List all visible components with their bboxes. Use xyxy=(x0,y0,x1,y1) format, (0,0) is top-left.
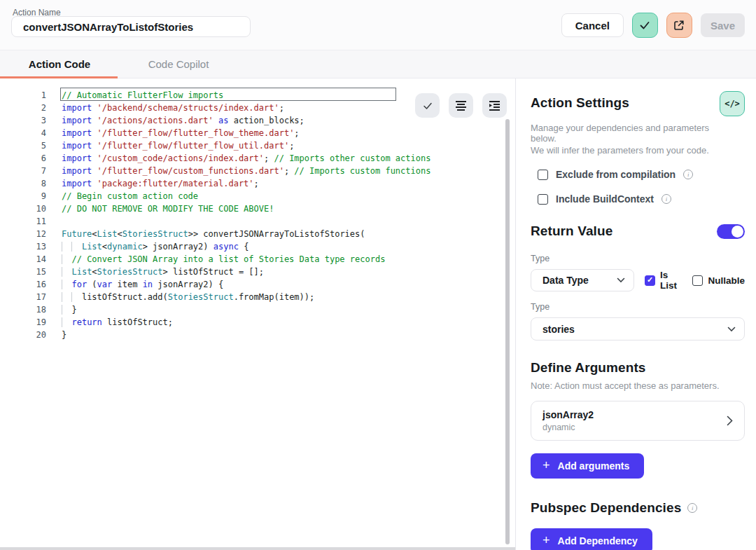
header: Action Name Cancel Save xyxy=(0,0,756,50)
code-line[interactable]: 1// Automatic FlutterFlow imports xyxy=(0,89,430,102)
code-line[interactable]: 15 List<StoriesStruct> listOfStruct = []… xyxy=(0,266,430,278)
nullable-label: Nullable xyxy=(708,275,745,286)
return-type-dropdown[interactable]: Data Type xyxy=(531,269,634,291)
info-icon[interactable]: i xyxy=(687,503,697,513)
code-text: import '/backend/schema/structs/index.da… xyxy=(62,102,284,114)
line-number: 1 xyxy=(0,89,46,102)
is-list-label: Is List xyxy=(660,270,683,291)
return-type-label: Type xyxy=(531,254,745,263)
code-line[interactable]: 10// DO NOT REMOVE OR MODIFY THE CODE AB… xyxy=(0,202,430,215)
format-indent-icon xyxy=(489,100,500,111)
return-value-title: Return Value xyxy=(531,224,612,239)
arguments-note: Note: Action must accept these as parame… xyxy=(531,380,745,391)
compile-check-button[interactable] xyxy=(632,13,658,38)
save-button[interactable]: Save xyxy=(701,13,745,37)
code-line[interactable]: 5import '/flutter_flow/flutter_flow_util… xyxy=(0,139,430,152)
line-number: 6 xyxy=(0,152,46,165)
code-line[interactable]: 18 } xyxy=(0,303,430,316)
code-line[interactable]: 4import '/flutter_flow/flutter_flow_them… xyxy=(0,127,430,139)
code-line[interactable]: 11 xyxy=(0,215,430,228)
code-line[interactable]: 13 List<dynamic> jsonArray2) async { xyxy=(0,240,430,253)
code-line[interactable]: 3import '/actions/actions.dart' as actio… xyxy=(0,114,430,127)
external-link-icon xyxy=(673,19,685,32)
line-number: 15 xyxy=(0,266,46,278)
open-external-button[interactable] xyxy=(666,13,692,38)
code-view-button[interactable]: </> xyxy=(720,91,745,116)
header-actions: Cancel Save xyxy=(561,13,745,38)
code-text: import 'package:flutter/material.dart'; xyxy=(62,177,259,190)
add-arguments-button[interactable]: + Add arguments xyxy=(531,453,644,479)
line-number: 7 xyxy=(0,165,46,177)
action-settings-panel: Action Settings </> Manage your dependen… xyxy=(515,78,756,550)
code-line[interactable]: 6import '/custom_code/actions/index.dart… xyxy=(0,152,430,165)
code-text: for (var item in jsonArray2) { xyxy=(62,278,223,291)
code-line[interactable]: 12Future<List<StoriesStruct>> convertJSO… xyxy=(0,228,430,240)
return-subtype-dropdown[interactable]: stories xyxy=(531,317,745,341)
return-value-toggle[interactable] xyxy=(717,224,745,239)
validate-code-button[interactable] xyxy=(415,93,440,118)
vertical-scrollbar[interactable] xyxy=(505,119,510,544)
argument-name: jsonArray2 xyxy=(542,409,594,420)
code-editor[interactable]: 1// Automatic FlutterFlow imports2import… xyxy=(0,78,515,550)
code-line[interactable]: 2import '/backend/schema/structs/index.d… xyxy=(0,102,430,114)
settings-description-line1: Manage your dependencies and parameters … xyxy=(531,123,725,144)
horizontal-scrollbar[interactable] xyxy=(0,547,515,550)
line-number: 5 xyxy=(0,139,46,152)
chevron-right-icon xyxy=(727,415,733,426)
check-icon xyxy=(638,19,651,32)
include-buildcontext-row: Include BuildContext i xyxy=(538,193,745,205)
code-line[interactable]: 7import '/flutter_flow/custom_functions.… xyxy=(0,165,430,177)
tab-bar: Action Code Code Copilot xyxy=(0,50,756,78)
code-text: List<dynamic> jsonArray2) async { xyxy=(62,240,248,253)
define-arguments-title: Define Arguments xyxy=(531,360,745,376)
tab-code-copilot[interactable]: Code Copilot xyxy=(119,50,238,78)
line-number: 17 xyxy=(0,291,46,303)
info-icon[interactable]: i xyxy=(662,194,671,204)
tab-action-code[interactable]: Action Code xyxy=(0,50,119,78)
code-line[interactable]: 17 listOfStruct.add(StoriesStruct.fromMa… xyxy=(0,291,430,303)
exclude-compilation-checkbox[interactable] xyxy=(538,170,548,180)
include-buildcontext-checkbox[interactable] xyxy=(538,194,548,205)
editor-toolbar xyxy=(415,93,507,118)
code-text: // DO NOT REMOVE OR MODIFY THE CODE ABOV… xyxy=(62,202,274,215)
settings-description: Manage your dependencies and parameters … xyxy=(531,123,725,156)
include-buildcontext-label: Include BuildContext xyxy=(556,193,654,205)
code-text: import '/flutter_flow/custom_functions.d… xyxy=(62,165,430,177)
code-text: // Convert JSON Array into a list of Sto… xyxy=(62,253,385,266)
line-number: 3 xyxy=(0,114,46,127)
chevron-down-icon xyxy=(617,277,625,283)
indent-code-button[interactable] xyxy=(482,93,507,118)
code-line[interactable]: 14 // Convert JSON Array into a list of … xyxy=(0,253,430,266)
argument-item[interactable]: jsonArray2 dynamic xyxy=(531,401,745,441)
code-line[interactable]: 9// Begin custom action code xyxy=(0,190,430,202)
exclude-compilation-row: Exclude from compilation i xyxy=(538,169,745,180)
code-text: } xyxy=(62,329,66,341)
return-subtype-value: stories xyxy=(542,324,575,335)
exclude-compilation-label: Exclude from compilation xyxy=(556,169,676,180)
code-line[interactable]: 20} xyxy=(0,329,430,341)
code-lines: 1// Automatic FlutterFlow imports2import… xyxy=(0,89,430,341)
main-content: 1// Automatic FlutterFlow imports2import… xyxy=(0,78,756,550)
line-number: 4 xyxy=(0,127,46,139)
code-text: return listOfStruct; xyxy=(62,316,173,329)
nullable-checkbox[interactable] xyxy=(692,275,703,286)
action-name-input[interactable] xyxy=(11,16,251,37)
cancel-button[interactable]: Cancel xyxy=(561,13,624,37)
return-type-value: Data Type xyxy=(542,275,589,286)
pubspec-dependencies-title: Pubspec Dependencies xyxy=(531,500,681,516)
add-dependency-label: Add Dependency xyxy=(558,535,638,546)
format-code-button[interactable] xyxy=(449,93,473,118)
code-text: List<StoriesStruct> listOfStruct = []; xyxy=(62,266,264,278)
info-icon[interactable]: i xyxy=(683,170,693,179)
is-list-checkbox[interactable] xyxy=(645,275,655,286)
code-line[interactable]: 19 return listOfStruct; xyxy=(0,316,430,329)
chevron-down-icon xyxy=(727,326,736,332)
code-line[interactable]: 16 for (var item in jsonArray2) { xyxy=(0,278,430,291)
add-arguments-label: Add arguments xyxy=(558,460,630,472)
format-align-icon xyxy=(455,100,467,111)
code-line[interactable]: 8import 'package:flutter/material.dart'; xyxy=(0,177,430,190)
argument-info: jsonArray2 dynamic xyxy=(542,409,594,432)
line-number: 18 xyxy=(0,303,46,316)
add-dependency-button[interactable]: + Add Dependency xyxy=(531,528,652,550)
code-text: import '/flutter_flow/flutter_flow_theme… xyxy=(62,127,300,139)
